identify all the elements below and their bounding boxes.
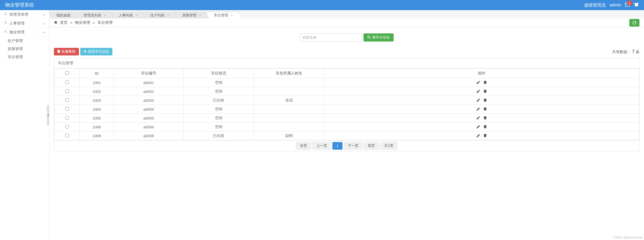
page-prev[interactable]: 上一页	[312, 142, 331, 150]
breadcrumb: 首页 > 物业管理 > 车位管理	[54, 20, 113, 25]
row-checkbox[interactable]	[65, 116, 69, 119]
parking-table: ID 车位编号 车位状态 车住所属人姓名 操作 1001 a0001 空闲 10…	[54, 68, 639, 140]
search-bar: 搜车位信息	[54, 33, 639, 42]
pagination: 首页 上一页 1 下一页 尾页 共1页	[54, 141, 639, 151]
row-checkbox[interactable]	[65, 98, 69, 102]
edit-icon[interactable]	[477, 107, 480, 111]
delete-icon[interactable]	[484, 98, 487, 103]
table-row: 1003 a0003 已出租 张花	[54, 96, 639, 105]
home-icon[interactable]	[54, 21, 57, 25]
cell-code: a0003	[114, 96, 184, 105]
cell-status: 空闲	[184, 105, 254, 114]
row-checkbox[interactable]	[65, 107, 69, 111]
select-all-checkbox[interactable]	[65, 71, 69, 75]
sidebar-sub-parking[interactable]: 车位管理	[0, 53, 49, 61]
data-count: 共有数据： 7 条	[612, 49, 639, 54]
sidebar-collapse-handle[interactable]	[47, 105, 49, 125]
table-row: 1001 a0001 空闲	[54, 78, 639, 87]
tab[interactable]: 住户列表×	[143, 12, 178, 18]
cell-status: 空闲	[184, 114, 254, 123]
table-row: 1004 a0004 空闲	[54, 105, 639, 114]
delete-icon[interactable]	[484, 134, 487, 138]
close-icon[interactable]: ×	[135, 13, 137, 17]
add-parking-button[interactable]: 添加车位信息	[80, 48, 112, 55]
edit-icon[interactable]	[477, 125, 480, 129]
sidebar: 管理员管理 人事管理 物业管理 住户管理 房屋管理 车位管理	[0, 10, 49, 240]
delete-icon[interactable]	[484, 125, 487, 129]
sidebar-item-admin[interactable]: 管理员管理	[0, 10, 49, 19]
cell-id: 1008	[80, 131, 114, 140]
notification-badge: 1	[627, 1, 632, 6]
page-last[interactable]: 尾页	[364, 142, 379, 150]
delete-icon[interactable]	[484, 89, 487, 94]
search-input[interactable]	[300, 33, 362, 42]
content-area: 搜车位信息 批量删除 添加车位信息 共有数据： 7	[49, 27, 644, 240]
cell-actions	[324, 105, 639, 114]
table-title: 车位管理	[54, 58, 639, 68]
delete-icon[interactable]	[484, 107, 487, 111]
watermark: CSDN @pastclouds	[613, 235, 643, 239]
edit-icon[interactable]	[477, 81, 480, 85]
delete-icon[interactable]	[484, 116, 487, 120]
svg-point-2	[5, 21, 6, 23]
sidebar-sub-resident[interactable]: 住户管理	[0, 37, 49, 45]
plus-icon	[84, 50, 87, 54]
row-checkbox[interactable]	[65, 125, 69, 128]
th-action: 操作	[324, 69, 639, 78]
breadcrumb-home[interactable]: 首页	[60, 20, 68, 25]
table-container: 车位管理 ID 车位编号 车位状态 车住所属人姓名 操作 1001	[54, 58, 639, 141]
header-right: 超级管理员 admin 1	[584, 2, 639, 8]
tab-label: 人事列表	[119, 13, 133, 18]
tab[interactable]: 我的桌面	[49, 12, 79, 18]
tab[interactable]: 车位管理×	[206, 12, 242, 18]
tab[interactable]: 房屋管理×	[174, 12, 210, 18]
tab[interactable]: 人事列表×	[111, 12, 147, 18]
mail-icon[interactable]: 1	[625, 3, 630, 8]
search-button[interactable]: 搜车位信息	[364, 33, 394, 42]
close-icon[interactable]: ×	[231, 13, 233, 17]
tab[interactable]: 管理员列表×	[76, 12, 115, 18]
row-checkbox[interactable]	[65, 81, 69, 84]
edit-icon[interactable]	[477, 89, 480, 94]
sidebar-item-property[interactable]: 物业管理	[0, 28, 49, 37]
batch-delete-button[interactable]: 批量删除	[54, 48, 79, 55]
cell-owner	[254, 105, 324, 114]
page-total: 共1页	[380, 142, 397, 150]
table-row: 1006 a0006 空闲	[54, 123, 639, 131]
user-icon	[4, 30, 7, 33]
page-current[interactable]: 1	[332, 142, 343, 150]
th-status: 车位状态	[184, 69, 254, 78]
breadcrumb-path2: 车位管理	[97, 20, 113, 25]
cell-actions	[324, 123, 639, 131]
table-row: 1008 a0008 已出租 赵刚	[54, 131, 639, 140]
cell-owner	[254, 78, 324, 87]
th-id: ID	[80, 69, 114, 78]
edit-icon[interactable]	[477, 134, 480, 138]
row-checkbox[interactable]	[65, 89, 69, 93]
page-first[interactable]: 首页	[296, 142, 311, 150]
svg-point-4	[368, 36, 370, 38]
edit-icon[interactable]	[477, 116, 480, 120]
user-name[interactable]: admin	[610, 3, 621, 8]
cell-id: 1003	[80, 96, 114, 105]
row-checkbox[interactable]	[65, 134, 69, 137]
page-next[interactable]: 下一页	[344, 142, 363, 150]
edit-icon[interactable]	[477, 98, 480, 103]
close-icon[interactable]: ×	[199, 13, 201, 17]
cell-code: a0008	[114, 131, 184, 140]
cell-status: 空闲	[184, 78, 254, 87]
th-code: 车位编号	[114, 69, 184, 78]
close-icon[interactable]: ×	[167, 13, 169, 17]
cell-actions	[324, 114, 639, 123]
sidebar-item-hr[interactable]: 人事管理	[0, 19, 49, 28]
sidebar-sub-house[interactable]: 房屋管理	[0, 45, 49, 53]
close-icon[interactable]: ×	[104, 13, 106, 17]
delete-icon[interactable]	[484, 81, 487, 85]
tab-label: 房屋管理	[182, 13, 196, 18]
refresh-button[interactable]	[629, 19, 639, 27]
breadcrumb-path1[interactable]: 物业管理	[75, 20, 90, 25]
cell-id: 1002	[80, 87, 114, 96]
tab-label: 车位管理	[214, 13, 228, 18]
tshirt-icon[interactable]	[634, 2, 639, 8]
cell-id: 1001	[80, 78, 114, 87]
